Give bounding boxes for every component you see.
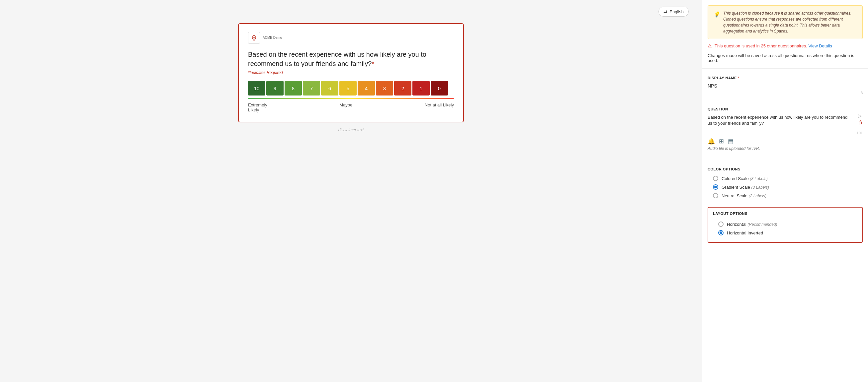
view-details-link[interactable]: View Details bbox=[809, 43, 832, 48]
bulb-icon: 💡 bbox=[713, 11, 720, 34]
logo-icon bbox=[248, 32, 260, 44]
layout-option-horizontal[interactable]: Horizontal (Recommended) bbox=[718, 221, 852, 227]
question-textarea[interactable]: Based on the recent experience with us h… bbox=[708, 113, 863, 129]
nps-scale: 109876543210 bbox=[248, 81, 454, 96]
nps-cell-5[interactable]: 5 bbox=[339, 81, 356, 96]
translate-icon: ⇄ bbox=[663, 9, 668, 14]
display-name-required: * bbox=[738, 76, 740, 80]
survey-logo: ACME Demo bbox=[248, 32, 454, 44]
nps-cell-9[interactable]: 9 bbox=[266, 81, 284, 96]
layout-options-group: Horizontal (Recommended) Horizontal Inve… bbox=[713, 219, 857, 238]
question-actions: ▷ 🗑 bbox=[858, 113, 863, 125]
cloned-notice: 💡 This question is cloned because it is … bbox=[708, 5, 863, 39]
color-option-neutral[interactable]: Neutral Scale (2 Labels) bbox=[713, 193, 857, 198]
radio-neutral[interactable] bbox=[713, 193, 718, 198]
display-name-char-count: 3 bbox=[708, 91, 863, 95]
question-section: QUESTION Based on the recent experience … bbox=[702, 104, 868, 158]
language-label: English bbox=[670, 9, 684, 14]
svg-point-0 bbox=[253, 37, 255, 38]
left-panel: ⇄ English ACME Demo Based on the recent … bbox=[0, 0, 702, 382]
nps-cell-10[interactable]: 10 bbox=[248, 81, 265, 96]
usage-warning-text: This question is used in 25 other questi… bbox=[715, 43, 832, 48]
color-options-group: Colored Scale (3 Labels) Gradient Scale … bbox=[708, 173, 863, 201]
layout-options-box: LAYOUT OPTIONS Horizontal (Recommended) … bbox=[708, 207, 863, 243]
logo-name: ACME Demo bbox=[263, 36, 282, 39]
right-panel: 💡 This question is cloned because it is … bbox=[702, 0, 868, 382]
layout-option-horizontal-inverted[interactable]: Horizontal Inverted bbox=[718, 230, 852, 236]
nps-cell-3[interactable]: 3 bbox=[376, 81, 393, 96]
play-icon[interactable]: ▷ bbox=[858, 113, 863, 118]
usage-warning: ⚠ This question is used in 25 other ques… bbox=[702, 43, 868, 51]
nps-cell-1[interactable]: 1 bbox=[412, 81, 430, 96]
nps-cell-6[interactable]: 6 bbox=[321, 81, 338, 96]
question-label: QUESTION bbox=[708, 107, 863, 111]
color-options-section: COLOR OPTIONS Colored Scale (3 Labels) G… bbox=[702, 164, 868, 204]
logo-text: ACME Demo bbox=[263, 36, 282, 40]
display-name-label: DISPLAY NAME * bbox=[708, 76, 863, 80]
question-field-wrapper: Based on the recent experience with us h… bbox=[708, 113, 863, 130]
audio-note: Audio file is uploaded for IVR. bbox=[708, 146, 863, 151]
nps-cell-4[interactable]: 4 bbox=[358, 81, 375, 96]
layout-option-horizontal-inverted-label: Horizontal Inverted bbox=[727, 231, 763, 236]
radio-colored[interactable] bbox=[713, 176, 718, 181]
scale-label-center: Maybe bbox=[339, 102, 352, 112]
color-option-colored-label: Colored Scale (3 Labels) bbox=[721, 176, 768, 181]
nps-cell-0[interactable]: 0 bbox=[431, 81, 448, 96]
changes-note: Changes made will be saved across all qu… bbox=[702, 51, 868, 69]
caption-icon[interactable]: ▤ bbox=[728, 138, 734, 145]
required-note: *Indicates Required bbox=[248, 70, 454, 75]
color-option-colored[interactable]: Colored Scale (3 Labels) bbox=[713, 176, 857, 181]
delete-icon[interactable]: 🗑 bbox=[858, 120, 863, 125]
nps-cell-2[interactable]: 2 bbox=[394, 81, 411, 96]
required-star: * bbox=[372, 60, 374, 67]
color-option-gradient[interactable]: Gradient Scale (3 Labels) bbox=[713, 184, 857, 190]
radio-horizontal[interactable] bbox=[718, 221, 723, 227]
radio-gradient[interactable] bbox=[713, 184, 718, 190]
display-name-section: DISPLAY NAME * 3 bbox=[702, 73, 868, 98]
radio-horizontal-inverted[interactable] bbox=[718, 230, 723, 236]
grid-icon[interactable]: ⊞ bbox=[719, 138, 724, 145]
layout-options-label: LAYOUT OPTIONS bbox=[713, 212, 857, 215]
warning-icon: ⚠ bbox=[708, 43, 712, 48]
color-option-neutral-label: Neutral Scale (2 Labels) bbox=[721, 193, 766, 198]
scale-line bbox=[248, 98, 454, 99]
disclaimer: disclaimer text bbox=[338, 128, 364, 132]
survey-card: ACME Demo Based on the recent experience… bbox=[238, 23, 464, 123]
layout-option-horizontal-label: Horizontal (Recommended) bbox=[727, 222, 777, 227]
question-char-count: 101 bbox=[708, 131, 863, 135]
display-name-input[interactable] bbox=[708, 82, 863, 90]
language-button[interactable]: ⇄ English bbox=[658, 7, 689, 16]
color-option-gradient-label: Gradient Scale (3 Labels) bbox=[721, 185, 769, 190]
cloned-notice-text: This question is cloned because it is sh… bbox=[723, 10, 857, 34]
color-options-label: COLOR OPTIONS bbox=[708, 167, 863, 171]
audio-icons: 🔔 ⊞ ▤ bbox=[708, 138, 863, 145]
scale-labels: ExtremelyLikely Maybe Not at all Likely bbox=[248, 102, 454, 112]
scale-label-left: ExtremelyLikely bbox=[248, 102, 267, 112]
survey-question: Based on the recent experience with us h… bbox=[248, 50, 454, 68]
top-bar: ⇄ English bbox=[13, 7, 689, 16]
scale-label-right: Not at all Likely bbox=[425, 102, 454, 112]
bell-icon[interactable]: 🔔 bbox=[708, 138, 715, 145]
nps-cell-7[interactable]: 7 bbox=[303, 81, 320, 96]
nps-cell-8[interactable]: 8 bbox=[285, 81, 302, 96]
